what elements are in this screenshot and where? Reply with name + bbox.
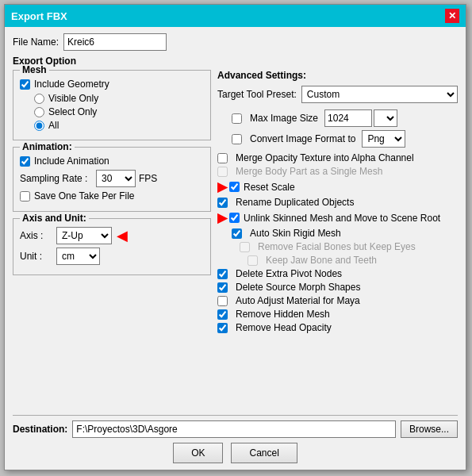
delete-source-morph-row: Delete Source Morph Shapes xyxy=(217,282,458,293)
rename-duplicated-label: Rename Duplicated Objects xyxy=(236,197,354,208)
remove-facial-checkbox[interactable] xyxy=(240,242,250,252)
keep-jaw-checkbox[interactable] xyxy=(248,255,258,266)
axis-row: Axis : Z-Up Y-Up X-Up ◀ xyxy=(20,227,204,244)
delete-source-morph-checkbox[interactable] xyxy=(217,282,228,293)
advanced-title: Advanced Settings: xyxy=(217,70,458,81)
max-image-size-unit-select[interactable] xyxy=(374,109,397,127)
export-option-label: Export Option xyxy=(13,56,458,67)
unlink-skinned-checkbox[interactable] xyxy=(229,213,240,223)
file-name-input[interactable] xyxy=(63,33,167,51)
merge-opacity-checkbox[interactable] xyxy=(217,153,228,163)
main-content: Mesh Include Geometry Visible Only Se xyxy=(13,70,458,415)
merge-body-part-checkbox[interactable] xyxy=(217,167,228,177)
preset-select[interactable]: Custom Maya 3ds Max MotionBuilder Unity … xyxy=(301,86,458,103)
rename-duplicated-row: Rename Duplicated Objects xyxy=(217,197,458,208)
file-name-row: File Name: xyxy=(13,33,458,51)
delete-source-morph-label: Delete Source Morph Shapes xyxy=(236,282,360,293)
left-panel: Mesh Include Geometry Visible Only Se xyxy=(13,70,211,415)
axis-unit-inner: Axis : Z-Up Y-Up X-Up ◀ Unit : cm xyxy=(20,227,204,265)
bottom-section: Destination: Browse... OK Cancel xyxy=(13,415,458,463)
remove-hidden-mesh-label: Remove Hidden Mesh xyxy=(236,309,330,320)
save-one-take-row: Save One Take Per File xyxy=(20,190,204,202)
include-geometry-checkbox[interactable] xyxy=(20,79,30,90)
remove-head-opacity-checkbox[interactable] xyxy=(217,323,228,333)
title-bar: Export FBX ✕ xyxy=(5,5,466,27)
all-radio[interactable] xyxy=(34,121,44,131)
include-animation-row: Include Animation xyxy=(20,155,204,167)
auto-adjust-material-row: Auto Adjust Material for Maya xyxy=(217,295,458,306)
preset-label: Target Tool Preset: xyxy=(217,89,297,100)
auto-adjust-material-checkbox[interactable] xyxy=(217,296,228,306)
include-animation-label: Include Animation xyxy=(34,155,109,167)
ok-button[interactable]: OK xyxy=(173,443,223,463)
keep-jaw-row: Keep Jaw Bone and Teeth xyxy=(248,255,458,266)
auto-skin-rigid-row: Auto Skin Rigid Mesh xyxy=(232,228,458,239)
visible-only-label: Visible Only xyxy=(48,93,98,104)
unit-select[interactable]: cm m mm in ft xyxy=(56,248,100,265)
animation-group-inner: Include Animation Sampling Rate : 30 24 … xyxy=(20,155,204,202)
remove-head-opacity-row: Remove Head Opacity xyxy=(217,322,458,333)
reset-scale-checkbox[interactable] xyxy=(229,182,240,192)
max-image-size-input[interactable] xyxy=(324,109,372,127)
axis-arrow-icon: ◀ xyxy=(117,227,128,244)
browse-button[interactable]: Browse... xyxy=(401,420,458,438)
unlink-skinned-row: ▶ Unlink Skinned Mesh and Move to Scene … xyxy=(217,210,458,225)
delete-extra-pivot-checkbox[interactable] xyxy=(217,269,228,279)
convert-image-label: Convert Image Format to xyxy=(250,133,355,144)
unit-label: Unit : xyxy=(20,251,52,262)
unlink-skinned-arrow-icon: ▶ xyxy=(217,210,227,225)
max-image-size-label: Max Image Size xyxy=(250,113,318,124)
include-geometry-row: Include Geometry xyxy=(20,79,204,90)
destination-label: Destination: xyxy=(13,424,67,435)
mesh-group-title: Mesh xyxy=(20,64,49,75)
unlink-skinned-label: Unlink Skinned Mesh and Move to Scene Ro… xyxy=(244,213,440,224)
dialog-body: File Name: Export Option Mesh Include Ge… xyxy=(5,27,466,470)
export-fbx-dialog: Export FBX ✕ File Name: Export Option Me… xyxy=(4,4,466,470)
delete-extra-pivot-row: Delete Extra Pivot Nodes xyxy=(217,268,458,279)
merge-body-part-row: Merge Body Part as a Single Mesh xyxy=(217,166,458,177)
auto-adjust-material-label: Auto Adjust Material for Maya xyxy=(236,295,360,306)
include-animation-checkbox[interactable] xyxy=(20,156,30,167)
cancel-button[interactable]: Cancel xyxy=(231,443,297,463)
fps-label: FPS xyxy=(139,173,157,184)
destination-row: Destination: Browse... xyxy=(13,420,458,438)
max-image-size-checkbox[interactable] xyxy=(232,113,242,124)
save-one-take-checkbox[interactable] xyxy=(20,191,30,202)
mesh-group: Mesh Include Geometry Visible Only Se xyxy=(13,70,211,140)
preset-row: Target Tool Preset: Custom Maya 3ds Max … xyxy=(217,86,458,103)
file-name-label: File Name: xyxy=(13,36,59,48)
keep-jaw-label: Keep Jaw Bone and Teeth xyxy=(266,255,377,266)
axis-unit-title: Axis and Unit: xyxy=(20,213,89,224)
rename-duplicated-checkbox[interactable] xyxy=(217,198,228,208)
sampling-rate-row: Sampling Rate : 30 24 60 FPS xyxy=(20,170,204,187)
axis-select[interactable]: Z-Up Y-Up X-Up xyxy=(56,227,112,244)
max-image-size-row: Max Image Size xyxy=(232,109,458,127)
all-label: All xyxy=(48,120,59,131)
auto-skin-rigid-checkbox[interactable] xyxy=(232,228,242,239)
convert-image-checkbox[interactable] xyxy=(232,134,242,144)
delete-extra-pivot-label: Delete Extra Pivot Nodes xyxy=(236,268,342,279)
reset-scale-label: Reset Scale xyxy=(244,182,295,193)
save-one-take-label: Save One Take Per File xyxy=(34,190,135,202)
unit-row: Unit : cm m mm in ft xyxy=(20,248,204,265)
visible-only-radio[interactable] xyxy=(34,94,44,104)
remove-hidden-mesh-row: Remove Hidden Mesh xyxy=(217,309,458,320)
reset-scale-arrow-icon: ▶ xyxy=(217,179,227,194)
sampling-rate-select[interactable]: 30 24 60 xyxy=(96,170,136,187)
remove-facial-row: Remove Facial Bones but Keep Eyes xyxy=(240,241,458,252)
button-row: OK Cancel xyxy=(13,443,458,463)
remove-hidden-mesh-checkbox[interactable] xyxy=(217,309,228,320)
destination-input[interactable] xyxy=(72,420,396,438)
reset-scale-row: ▶ Reset Scale xyxy=(217,179,458,194)
animation-group: Animation: Include Animation Sampling Ra… xyxy=(13,147,211,212)
dialog-title: Export FBX xyxy=(11,10,67,22)
close-button[interactable]: ✕ xyxy=(445,9,459,23)
include-geometry-label: Include Geometry xyxy=(34,79,109,90)
select-only-radio[interactable] xyxy=(34,107,44,117)
animation-group-title: Animation: xyxy=(20,141,75,152)
mesh-group-inner: Include Geometry Visible Only Select Onl… xyxy=(20,79,204,131)
axis-label: Axis : xyxy=(20,230,52,241)
axis-unit-group: Axis and Unit: Axis : Z-Up Y-Up X-Up ◀ xyxy=(13,218,211,275)
merge-body-part-label: Merge Body Part as a Single Mesh xyxy=(236,166,382,177)
convert-image-format-select[interactable]: Png Jpg Tga xyxy=(362,130,405,148)
